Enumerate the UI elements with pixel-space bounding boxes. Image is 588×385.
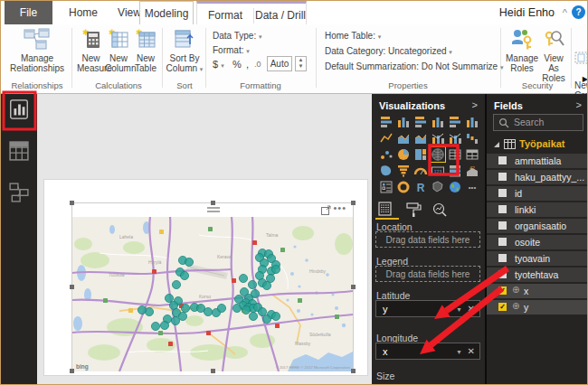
stacked-column-visual-icon[interactable]: [396, 115, 411, 129]
unchecked-checkbox[interactable]: [498, 189, 507, 197]
map-visual-icon[interactable]: [431, 147, 445, 162]
unchecked-checkbox[interactable]: [498, 254, 507, 262]
map-data-bubble[interactable]: [249, 312, 257, 320]
resize-handle[interactable]: [70, 285, 74, 289]
collapse-pane-icon[interactable]: >: [472, 99, 478, 110]
map-data-bubble[interactable]: [165, 294, 173, 302]
pie-visual-icon[interactable]: [396, 147, 411, 162]
multi-row-card-visual-icon[interactable]: [448, 164, 462, 178]
model-view-icon[interactable]: [9, 182, 29, 203]
field-row-ammattiala[interactable]: ammattiala: [487, 154, 588, 168]
unchecked-checkbox[interactable]: [498, 221, 507, 230]
resize-handle[interactable]: [70, 201, 74, 205]
resize-handle[interactable]: [351, 201, 356, 205]
line-stacked-column-visual-icon[interactable]: [431, 131, 445, 146]
map-data-bubble[interactable]: [151, 322, 159, 330]
default-summarization-dropdown[interactable]: Default Summarization: Do Not Summarize …: [325, 61, 503, 71]
map-data-bubble[interactable]: [204, 307, 212, 315]
map-data-bubble[interactable]: [160, 321, 168, 329]
resize-handle[interactable]: [351, 285, 356, 289]
field-row-tyotehtava[interactable]: tyotehtava: [487, 268, 588, 282]
field-row-y[interactable]: ✓⊕y: [487, 300, 588, 315]
map-data-bubble[interactable]: [258, 307, 266, 315]
signed-in-user[interactable]: Heidi Enho: [499, 1, 555, 24]
home-table-dropdown[interactable]: Home Table: ▾: [325, 31, 381, 41]
resize-handle[interactable]: [211, 201, 215, 205]
field-row-organisaatio[interactable]: organisaatio: [487, 219, 588, 233]
line-clustered-column-visual-icon[interactable]: [448, 131, 462, 146]
data-category-dropdown[interactable]: Data Category: Uncategorized ▾: [325, 46, 452, 56]
more-options-visual-icon[interactable]: •••: [465, 180, 479, 194]
tab-file[interactable]: File: [5, 1, 52, 24]
table-row-tyopaikat[interactable]: Työpaikat: [487, 136, 588, 152]
arcgis-map-visual-icon[interactable]: [448, 180, 462, 194]
more-options-icon[interactable]: •••: [333, 202, 346, 213]
map-data-bubble[interactable]: [172, 280, 180, 288]
field-row-id[interactable]: id: [487, 186, 588, 201]
new-column-button[interactable]: ✱ New Column: [105, 28, 132, 73]
resize-handle[interactable]: [211, 369, 215, 373]
new-measure-button[interactable]: ✱ New Measure: [77, 28, 105, 73]
table-visual-icon[interactable]: [448, 147, 462, 162]
checked-checkbox[interactable]: ✓: [498, 303, 507, 311]
collapse-ribbon-icon[interactable]: ^: [563, 3, 567, 23]
longitude-well[interactable]: x ▼ ✕: [375, 343, 480, 360]
report-view-icon[interactable]: [9, 99, 29, 120]
unchecked-checkbox[interactable]: [498, 173, 507, 181]
data-view-icon[interactable]: [9, 140, 29, 162]
flyout-arrow-icon[interactable]: ▶: [583, 75, 588, 83]
comma-button[interactable]: ,: [246, 59, 249, 70]
stacked-area-visual-icon[interactable]: [413, 131, 428, 146]
location-well[interactable]: Drag data fields here: [375, 231, 480, 248]
tab-analytics[interactable]: [432, 202, 450, 217]
map-data-bubble[interactable]: [171, 316, 179, 324]
map-data-bubble[interactable]: [239, 274, 247, 282]
map-data-bubble[interactable]: [242, 305, 250, 314]
format-dropdown[interactable]: Format: ▾: [213, 45, 250, 55]
unchecked-checkbox[interactable]: [498, 205, 507, 213]
map-data-bubble[interactable]: [181, 304, 189, 312]
funnel-visual-icon[interactable]: [396, 164, 411, 178]
field-row-tyoavain[interactable]: tyoavain: [487, 251, 588, 266]
kpi-visual-icon[interactable]: 42: [465, 164, 479, 178]
manage-relationships-button[interactable]: Manage Relationships: [8, 28, 66, 73]
view-as-roles-button[interactable]: View As Roles: [538, 28, 569, 83]
data-type-dropdown[interactable]: Data Type: ▾: [213, 31, 261, 41]
tab-format[interactable]: [404, 202, 422, 217]
remove-field-icon[interactable]: ✕: [468, 301, 475, 317]
tab-home[interactable]: Home: [61, 1, 106, 24]
map-data-bubble[interactable]: [262, 281, 270, 289]
collapse-pane-icon[interactable]: >: [576, 99, 582, 110]
manage-roles-button[interactable]: Manage Roles: [506, 28, 538, 73]
map-data-bubble[interactable]: [262, 315, 270, 323]
map-data-bubble[interactable]: [271, 312, 280, 320]
field-row-haku-paattyy-[interactable]: haku_paattyy_...: [487, 170, 588, 184]
clustered-column-visual-icon[interactable]: [431, 115, 445, 129]
chevron-down-icon[interactable]: ▼: [456, 344, 462, 361]
waterfall-visual-icon[interactable]: [465, 131, 479, 146]
focus-mode-icon[interactable]: [321, 205, 331, 215]
tab-modeling[interactable]: Modeling: [139, 1, 194, 24]
donut-visual-icon[interactable]: [396, 180, 411, 194]
100-stacked-bar-visual-icon[interactable]: [448, 115, 462, 129]
drag-grip-icon[interactable]: [207, 211, 220, 212]
gauge-visual-icon[interactable]: [413, 164, 428, 178]
matrix-visual-icon[interactable]: [465, 147, 479, 162]
report-page[interactable]: •••: [43, 179, 368, 376]
line-visual-icon[interactable]: [379, 131, 394, 146]
stacked-bar-visual-icon[interactable]: [379, 115, 394, 129]
map-data-bubble[interactable]: [180, 271, 188, 279]
field-row-x[interactable]: ✓⊕x: [487, 284, 588, 298]
resize-handle[interactable]: [351, 369, 356, 373]
new-table-button[interactable]: ✱ New Table: [132, 28, 159, 73]
checked-checkbox[interactable]: ✓: [498, 286, 507, 295]
card-visual-icon[interactable]: 123: [431, 164, 445, 178]
map-data-bubble[interactable]: [248, 280, 256, 288]
r-script-visual-icon[interactable]: R: [413, 180, 428, 194]
drag-grip-icon[interactable]: [207, 207, 220, 209]
decimal-places-auto-field[interactable]: Auto: [267, 56, 292, 71]
decimal-places-spinner[interactable]: ▲▼: [295, 56, 307, 71]
treemap-visual-icon[interactable]: [413, 147, 428, 162]
sort-by-column-button[interactable]: Sort By Column ▾: [166, 28, 204, 74]
map-data-bubble[interactable]: [232, 304, 241, 312]
